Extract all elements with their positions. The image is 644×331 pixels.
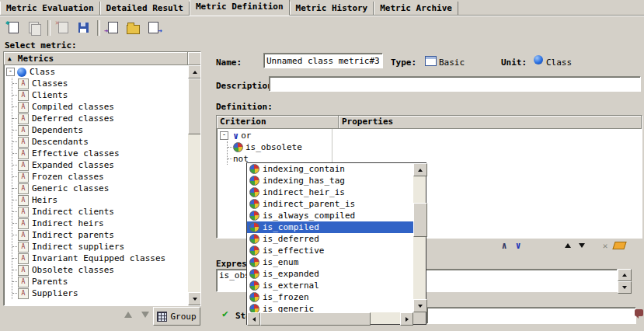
criterion-option-label: is_compiled xyxy=(263,222,319,232)
collapse-toggle-icon[interactable]: - xyxy=(220,131,228,140)
criterion-option[interactable]: is_effective xyxy=(247,245,413,256)
scroll-track[interactable] xyxy=(413,176,426,203)
tab[interactable]: Metric Definition xyxy=(190,0,290,16)
metric-tree-item[interactable]: Frozen classes xyxy=(12,171,188,183)
metric-icon xyxy=(18,288,29,299)
valid-check-icon: ✔ xyxy=(222,308,228,319)
criterion-icon xyxy=(249,304,259,312)
save-metric-button[interactable] xyxy=(74,19,93,37)
metric-item-label: Descendants xyxy=(32,137,89,147)
scroll-thumb[interactable] xyxy=(188,78,201,134)
export-metrics-button[interactable]: ➜ xyxy=(144,19,163,37)
criterion-or-label: or xyxy=(241,131,251,141)
criterion-option[interactable]: is_external xyxy=(247,280,413,291)
delete-criterion-button[interactable]: ✕ xyxy=(598,239,612,252)
scroll-track[interactable] xyxy=(371,312,400,324)
move-criterion-down-button[interactable] xyxy=(575,239,589,252)
tab-bar: Metric Evaluation Detailed Result Metric… xyxy=(0,0,644,16)
scroll-track[interactable] xyxy=(188,134,200,292)
metric-tree-item[interactable]: Invariant Equipped classes xyxy=(12,253,188,264)
scroll-right-button[interactable] xyxy=(400,312,413,326)
metric-tree-item[interactable]: Indirect suppliers xyxy=(12,241,188,253)
comment-bubble-icon xyxy=(635,309,643,316)
new-metric-button[interactable]: ✱ xyxy=(4,19,23,37)
scroll-down-button[interactable] xyxy=(188,292,201,305)
metric-tree-item[interactable]: Descendants xyxy=(12,136,188,148)
scroll-track[interactable] xyxy=(413,237,426,299)
delete-metric-button[interactable]: ✕ xyxy=(54,19,73,37)
criterion-option[interactable]: indexing_contain xyxy=(247,163,413,175)
metric-tree-item[interactable]: Effective classes xyxy=(12,148,188,159)
comment-input[interactable] xyxy=(426,307,636,324)
scroll-up-button[interactable] xyxy=(188,65,201,78)
move-up-icon[interactable] xyxy=(124,312,132,318)
criterion-option[interactable]: is_generic xyxy=(247,303,413,312)
scroll-up-icon xyxy=(193,71,197,74)
criterion-row-or[interactable]: - ∨ or xyxy=(220,130,642,141)
metric-tree-item[interactable]: Classes xyxy=(12,78,188,89)
name-input[interactable] xyxy=(263,53,383,68)
metric-tree-item[interactable]: Expanded classes xyxy=(12,159,188,171)
erase-definition-button[interactable] xyxy=(612,239,626,252)
tab[interactable]: Metric Evaluation xyxy=(0,2,100,15)
and-criterion-button[interactable]: ∧ xyxy=(497,239,511,252)
criterion-option[interactable]: indexing_has_tag xyxy=(247,175,413,186)
scroll-thumb[interactable] xyxy=(413,203,427,237)
criterion-option[interactable]: is_compiled xyxy=(247,221,413,233)
move-down-icon[interactable] xyxy=(141,312,149,318)
metrics-list: ▲ Metrics - Class Classes Clien xyxy=(3,51,201,306)
tab[interactable]: Metric History xyxy=(290,2,374,15)
metric-icon xyxy=(18,172,29,183)
metric-tree-item[interactable]: Heirs xyxy=(12,194,188,206)
or-criterion-button[interactable]: ∨ xyxy=(511,239,525,252)
metric-tree-item[interactable]: Indirect heirs xyxy=(12,218,188,229)
criterion-option[interactable]: is_deferred xyxy=(247,233,413,245)
criterion-option[interactable]: is_always_compiled xyxy=(247,210,413,221)
sort-ascending-icon: ▲ xyxy=(8,55,12,62)
metrics-list-scrollbar[interactable] xyxy=(188,65,200,305)
group-button[interactable]: Group xyxy=(153,307,200,326)
expression-scrollbar[interactable] xyxy=(618,269,630,292)
metric-tree-root[interactable]: - Class xyxy=(6,66,188,78)
properties-column-header[interactable]: Properties xyxy=(339,116,642,129)
criterion-option[interactable]: indirect_heir_is xyxy=(247,186,413,198)
scroll-down-button[interactable] xyxy=(618,281,632,294)
criterion-column-header[interactable]: Criterion xyxy=(217,116,339,129)
tab[interactable]: Detailed Result xyxy=(100,2,190,15)
metric-tree-item[interactable]: Indirect parents xyxy=(12,229,188,241)
metrics-column-header[interactable]: ▲ Metrics xyxy=(4,52,188,65)
criterion-option[interactable]: indirect_parent_is xyxy=(247,198,413,210)
type-label: Type: xyxy=(391,57,416,68)
metric-tree-item[interactable]: Compiled classes xyxy=(12,101,188,113)
metric-tree-item[interactable]: Indirect clients xyxy=(12,206,188,218)
import-metrics-button[interactable]: ➜ xyxy=(103,19,123,37)
collapse-toggle-icon[interactable]: - xyxy=(6,68,15,76)
description-input[interactable] xyxy=(269,76,641,92)
open-metrics-button[interactable] xyxy=(124,19,143,37)
definition-label: Definition: xyxy=(216,102,273,112)
metric-tree-item[interactable]: Obsolete classes xyxy=(12,264,188,276)
metric-tree-item[interactable]: Deferred classes xyxy=(12,113,188,124)
metric-tree-item[interactable]: Clients xyxy=(12,89,188,101)
metric-tree-item[interactable]: Dependents xyxy=(12,124,188,136)
dropdown-horizontal-scrollbar[interactable] xyxy=(247,312,413,324)
scroll-up-button[interactable] xyxy=(413,163,427,176)
scroll-up-button[interactable] xyxy=(618,269,632,281)
metric-tree-item[interactable]: Parents xyxy=(12,276,188,287)
move-criterion-up-button[interactable] xyxy=(561,239,575,252)
criterion-row-is-obsolete[interactable]: is_obsolete xyxy=(228,141,642,153)
scroll-down-button[interactable] xyxy=(413,299,427,312)
dropdown-vertical-scrollbar[interactable] xyxy=(413,163,426,312)
tab[interactable]: Metric Archive xyxy=(374,2,458,15)
metric-tree-item[interactable]: Suppliers xyxy=(12,287,188,299)
metric-tree-item[interactable]: Generic classes xyxy=(12,183,188,194)
scroll-left-button[interactable] xyxy=(247,312,260,326)
criterion-option[interactable]: is_enum xyxy=(247,256,413,268)
scroll-thumb[interactable] xyxy=(260,312,371,326)
duplicate-metric-button[interactable] xyxy=(24,19,44,37)
criterion-option[interactable]: is_expanded xyxy=(247,268,413,280)
group-grid-icon xyxy=(157,312,167,322)
scroll-up-icon xyxy=(418,169,423,172)
criterion-option[interactable]: is_frozen xyxy=(247,291,413,303)
metric-icon xyxy=(18,125,29,136)
